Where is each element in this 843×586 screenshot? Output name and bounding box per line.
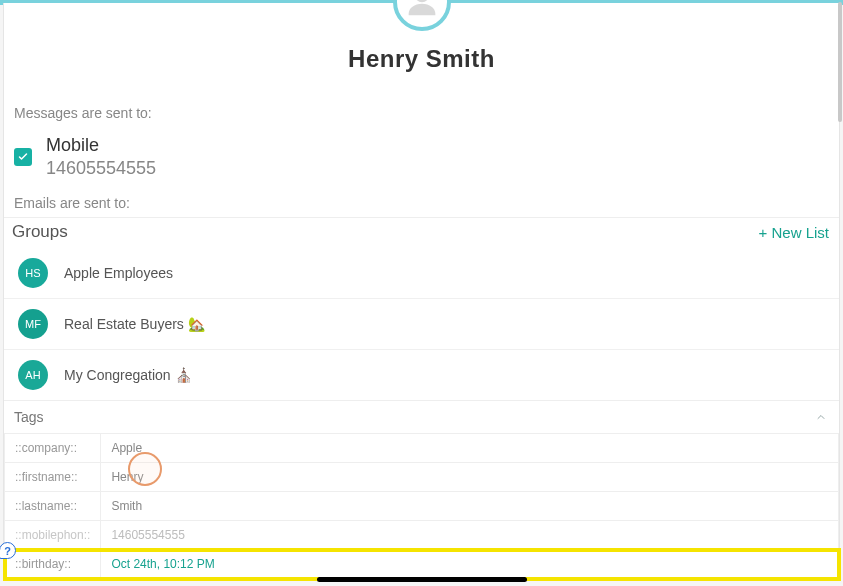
new-list-button[interactable]: + New List (759, 224, 829, 241)
group-name: Real Estate Buyers 🏡 (64, 316, 205, 332)
check-icon (17, 151, 29, 163)
tag-key: ::birthday:: (5, 550, 101, 579)
tag-key: ::mobilephon:: (5, 521, 101, 550)
table-row-highlighted[interactable]: ::birthday:: Oct 24th, 10:12 PM (5, 550, 839, 579)
tag-key: ::company:: (5, 434, 101, 463)
groups-list: HS Apple Employees MF Real Estate Buyers… (4, 248, 839, 400)
tag-value[interactable]: Oct 24th, 10:12 PM (101, 550, 839, 579)
mobile-info: Mobile 14605554555 (46, 135, 156, 179)
tag-value-link[interactable]: Oct 24th, 10:12 PM (111, 557, 214, 571)
group-name: My Congregation ⛪ (64, 367, 192, 383)
avatar[interactable] (393, 0, 451, 31)
tag-value[interactable]: Smith (101, 492, 839, 521)
tag-key: ::lastname:: (5, 492, 101, 521)
vertical-scrollbar[interactable] (838, 0, 842, 586)
tag-key: ::firstname:: (5, 463, 101, 492)
group-row[interactable]: AH My Congregation ⛪ (4, 350, 839, 400)
mobile-checkbox[interactable] (14, 148, 32, 166)
group-badge: MF (18, 309, 48, 339)
messages-section-label: Messages are sent to: (4, 99, 839, 127)
table-row[interactable]: ::mobilephon:: 14605554555 (5, 521, 839, 550)
mobile-row[interactable]: Mobile 14605554555 (4, 127, 839, 189)
scrollbar-thumb[interactable] (838, 2, 842, 122)
contact-name: Henry Smith (4, 45, 839, 73)
emails-section-label: Emails are sent to: (4, 189, 839, 217)
groups-title: Groups (12, 222, 68, 242)
tag-value[interactable]: 14605554555 (101, 521, 839, 550)
svg-point-0 (415, 0, 429, 2)
table-row[interactable]: ::company:: Apple (5, 434, 839, 463)
table-row[interactable]: ::lastname:: Smith (5, 492, 839, 521)
groups-header: Groups + New List (4, 217, 839, 248)
group-name: Apple Employees (64, 265, 173, 281)
group-row[interactable]: MF Real Estate Buyers 🏡 (4, 299, 839, 350)
mobile-label: Mobile (46, 135, 156, 156)
tags-table: ::company:: Apple ::firstname:: Henry ::… (4, 433, 839, 579)
table-row[interactable]: ::firstname:: Henry (5, 463, 839, 492)
tags-header[interactable]: Tags (4, 400, 839, 433)
home-indicator[interactable] (317, 577, 527, 582)
tag-value[interactable]: Apple (101, 434, 839, 463)
mobile-number: 14605554555 (46, 158, 156, 179)
tag-value[interactable]: Henry (101, 463, 839, 492)
chevron-up-icon (815, 411, 827, 423)
contact-card: Henry Smith Messages are sent to: Mobile… (3, 3, 840, 580)
person-icon (402, 0, 442, 22)
tags-title: Tags (14, 409, 44, 425)
group-row[interactable]: HS Apple Employees (4, 248, 839, 299)
group-badge: AH (18, 360, 48, 390)
group-badge: HS (18, 258, 48, 288)
